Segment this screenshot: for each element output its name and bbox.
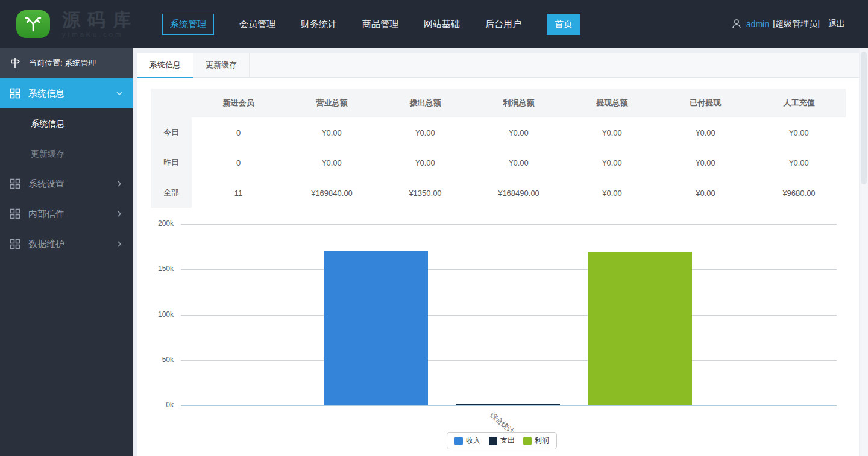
logo-subtitle: yImaKu.com: [62, 31, 138, 38]
sidebar-item-internal-mail[interactable]: 内部信件: [0, 199, 133, 229]
chart-plot: 0k50k100k150k200k: [181, 224, 837, 405]
logo-text: 源码库 yImaKu.com: [62, 11, 138, 38]
stats-column-header: 利润总额: [472, 89, 565, 117]
sidebar-item-label: 内部信件: [28, 208, 64, 220]
table-cell: ¥0.00: [565, 178, 659, 208]
table-cell: ¥0.00: [379, 148, 472, 178]
y-axis-tick: 150k: [142, 264, 174, 273]
stats-column-header: 已付提现: [659, 89, 752, 117]
table-cell: ¥9680.00: [752, 178, 846, 208]
gridline: [181, 405, 837, 406]
gridline: [181, 269, 837, 270]
stats-col-corner: [151, 89, 192, 117]
bar-收入: [324, 251, 428, 405]
nav-home[interactable]: 首页: [547, 14, 580, 35]
table-cell: ¥0.00: [565, 148, 659, 178]
table-cell: ¥0.00: [752, 148, 846, 178]
nav-finance-statistics[interactable]: 财务统计: [301, 19, 337, 30]
table-cell: ¥0.00: [285, 117, 379, 148]
legend-item-利润[interactable]: 利润: [523, 436, 549, 446]
table-cell: ¥169840.00: [285, 178, 379, 208]
table-cell: ¥0.00: [379, 117, 472, 148]
logout-button[interactable]: 退出: [828, 19, 845, 30]
stats-table-body: 今日0¥0.00¥0.00¥0.00¥0.00¥0.00¥0.00昨日0¥0.0…: [151, 117, 846, 208]
content-panel: 新进会员营业总额拨出总额利润总额提现总额已付提现人工充值 今日0¥0.00¥0.…: [137, 78, 859, 456]
table-cell: 0: [192, 148, 285, 178]
user-name[interactable]: admin: [746, 19, 769, 29]
scrollbar-track[interactable]: [860, 48, 868, 456]
sidebar-item-system-info[interactable]: 系统信息: [0, 78, 133, 108]
sidebar-subitem-refresh-cache[interactable]: 更新缓存: [0, 139, 133, 169]
table-cell: 11: [192, 178, 285, 208]
table-cell: ¥0.00: [752, 117, 846, 148]
sidebar-item-system-settings[interactable]: 系统设置: [0, 169, 133, 199]
user-box: admin [超级管理员] 退出: [731, 19, 845, 30]
main-area: 系统信息 更新缓存 新进会员营业总额拨出总额利润总额提现总额已付提现人工充值 今…: [133, 48, 868, 456]
y-axis-tick: 200k: [142, 219, 174, 228]
legend-item-收入[interactable]: 收入: [454, 436, 480, 446]
table-row: 昨日0¥0.00¥0.00¥0.00¥0.00¥0.00¥0.00: [151, 148, 846, 178]
nav-site-basics[interactable]: 网站基础: [424, 19, 460, 30]
table-cell: ¥0.00: [659, 178, 752, 208]
table-cell: ¥0.00: [472, 148, 565, 178]
grid-icon: [10, 178, 20, 189]
gridline: [181, 315, 837, 316]
legend-swatch: [489, 437, 497, 445]
row-label: 全部: [151, 178, 192, 208]
bar-利润: [588, 252, 692, 405]
sidebar-item-label: 系统信息: [28, 88, 64, 99]
y-axis-tick: 50k: [142, 355, 174, 364]
table-cell: ¥0.00: [659, 148, 752, 178]
sidebar: 当前位置: 系统管理 系统信息 系统信息 更新缓存 系: [0, 48, 133, 456]
nav-member-management[interactable]: 会员管理: [239, 19, 275, 30]
sidebar-subitem-system-info[interactable]: 系统信息: [0, 108, 133, 139]
legend-item-支出[interactable]: 支出: [489, 436, 515, 446]
table-cell: 0: [192, 117, 285, 148]
stats-column-header: 提现总额: [565, 89, 659, 117]
table-cell: ¥1350.00: [379, 178, 472, 208]
chevron-right-icon: [116, 210, 123, 217]
stats-column-header: 新进会员: [192, 89, 285, 117]
chevron-down-icon: [116, 90, 123, 97]
tab-bar: 系统信息 更新缓存: [137, 53, 859, 78]
legend-label: 收入: [466, 436, 480, 446]
chevron-right-icon: [116, 180, 123, 187]
table-cell: ¥0.00: [659, 117, 752, 148]
tab-system-info[interactable]: 系统信息: [137, 53, 193, 77]
table-cell: ¥0.00: [285, 148, 379, 178]
scrollbar-thumb[interactable]: [861, 52, 867, 184]
row-label: 昨日: [151, 148, 192, 178]
breadcrumb-label: 当前位置: 系统管理: [29, 58, 96, 69]
breadcrumb: 当前位置: 系统管理: [0, 48, 133, 78]
grid-icon: [10, 208, 20, 219]
tab-refresh-cache[interactable]: 更新缓存: [193, 53, 250, 77]
nav-product-management[interactable]: 商品管理: [362, 19, 398, 30]
stats-table-head-row: 新进会员营业总额拨出总额利润总额提现总额已付提现人工充值: [151, 89, 846, 117]
stats-column-header: 拨出总额: [379, 89, 472, 117]
topbar: 源码库 yImaKu.com 系统管理 会员管理 财务统计 商品管理 网站基础 …: [0, 0, 868, 48]
logo-icon: [16, 10, 50, 38]
table-cell: ¥168490.00: [472, 178, 565, 208]
gridline: [181, 224, 837, 225]
stats-column-header: 人工充值: [752, 89, 846, 117]
sidebar-item-label: 数据维护: [28, 239, 64, 250]
app-logo[interactable]: 源码库 yImaKu.com: [16, 10, 138, 38]
nav-system-management[interactable]: 系统管理: [162, 14, 214, 35]
bar-支出: [456, 404, 560, 405]
user-role: [超级管理员]: [773, 19, 820, 30]
nav-backend-users[interactable]: 后台用户: [485, 19, 521, 30]
sidebar-item-data-maintenance[interactable]: 数据维护: [0, 229, 133, 259]
table-row: 今日0¥0.00¥0.00¥0.00¥0.00¥0.00¥0.00: [151, 117, 846, 148]
chart-legend: 收入支出利润: [447, 432, 557, 449]
legend-label: 利润: [535, 436, 549, 446]
y-axis-tick: 100k: [142, 310, 174, 319]
layout: 当前位置: 系统管理 系统信息 系统信息 更新缓存 系: [0, 48, 868, 456]
legend-swatch: [454, 437, 463, 445]
signpost-icon: [9, 57, 21, 69]
user-icon: [731, 19, 742, 30]
gridline: [181, 360, 837, 361]
bar-chart: 0k50k100k150k200k 综合统计 收入支出利润: [181, 224, 837, 456]
chevron-right-icon: [116, 240, 123, 248]
table-row: 全部11¥169840.00¥1350.00¥168490.00¥0.00¥0.…: [151, 178, 846, 208]
stats-column-header: 营业总额: [285, 89, 379, 117]
